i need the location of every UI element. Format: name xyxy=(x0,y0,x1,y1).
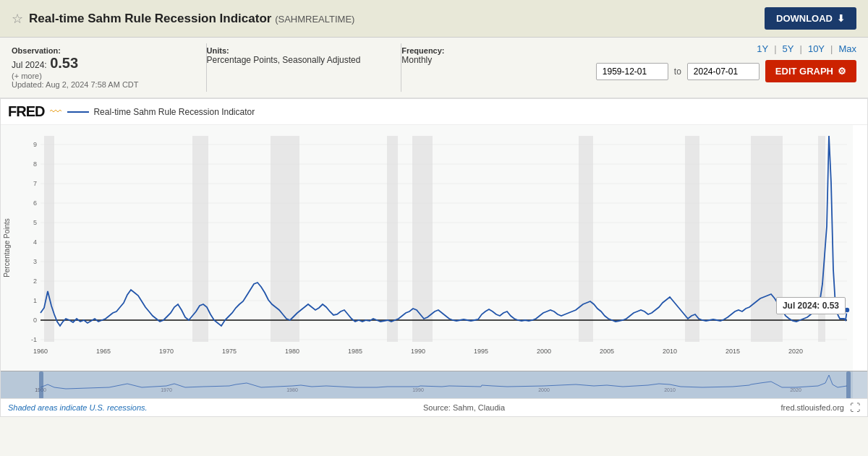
svg-text:-1: -1 xyxy=(31,336,37,343)
svg-text:2005: 2005 xyxy=(600,348,614,355)
chart-header: FRED 〰 Real-time Sahm Rule Recession Ind… xyxy=(1,99,867,125)
frequency-value: Monthly xyxy=(401,55,584,65)
y-axis-label: Percentage Points xyxy=(3,218,11,278)
download-label: DOWNLOAD xyxy=(776,13,833,24)
legend-label: Real-time Sahm Rule Recession Indicator xyxy=(93,107,255,117)
observation-date: Jul 2024: xyxy=(12,60,47,70)
svg-text:2000: 2000 xyxy=(537,348,551,355)
updated-date: Updated: Aug 2, 2024 7:58 AM CDT xyxy=(12,80,195,89)
svg-rect-26 xyxy=(387,136,398,342)
svg-text:6: 6 xyxy=(33,199,37,207)
gear-icon: ⚙ xyxy=(838,66,846,77)
legend-line-icon xyxy=(67,111,89,113)
observation-value-row: Jul 2024: 0.53 xyxy=(12,55,195,72)
to-label: to xyxy=(674,66,681,77)
recession-note: Shaded areas indicate U.S. recessions. xyxy=(8,403,148,412)
svg-text:9: 9 xyxy=(33,141,37,148)
meta-bar: Observation: Jul 2024: 0.53 (+ more) Upd… xyxy=(0,38,868,98)
svg-text:7: 7 xyxy=(33,180,37,187)
mini-chart-svg: 1960 1970 1980 1990 2000 2010 2020 xyxy=(1,371,853,398)
range-max[interactable]: Max xyxy=(838,43,856,54)
svg-text:1975: 1975 xyxy=(222,348,237,355)
chart-area[interactable]: Percentage Points 0 1 2 3 4 5 6 7 8 9 -1 xyxy=(1,125,867,371)
title-main: Real-time Sahm Rule Recession Indicator xyxy=(29,12,271,25)
title-subtitle: (SAHMREALTIME) xyxy=(275,14,354,25)
svg-text:8: 8 xyxy=(33,160,37,168)
title-section: ☆ Real-time Sahm Rule Recession Indicato… xyxy=(12,11,354,27)
range-10y[interactable]: 10Y xyxy=(808,43,825,54)
observation-label: Observation: xyxy=(12,46,195,55)
time-range-selector: 1Y | 5Y | 10Y | Max xyxy=(757,43,856,54)
date-from-input[interactable] xyxy=(596,63,668,80)
download-icon: ⬇ xyxy=(837,13,845,24)
svg-rect-28 xyxy=(579,136,593,342)
svg-text:5: 5 xyxy=(33,219,37,226)
date-range-row: to EDIT GRAPH ⚙ xyxy=(596,60,856,82)
edit-graph-button[interactable]: EDIT GRAPH ⚙ xyxy=(765,60,856,82)
edit-label: EDIT GRAPH xyxy=(775,66,833,77)
page-header: ☆ Real-time Sahm Rule Recession Indicato… xyxy=(0,0,868,38)
svg-rect-29 xyxy=(685,136,699,342)
svg-rect-30 xyxy=(751,136,783,342)
date-to-input[interactable] xyxy=(687,63,760,80)
svg-text:2020: 2020 xyxy=(788,348,803,355)
svg-text:3: 3 xyxy=(33,258,37,265)
svg-text:4: 4 xyxy=(33,238,37,246)
chart-footer: Shaded areas indicate U.S. recessions. S… xyxy=(1,398,867,416)
svg-text:2015: 2015 xyxy=(726,348,740,355)
units-label: Units: xyxy=(207,46,390,55)
chart-container: FRED 〰 Real-time Sahm Rule Recession Ind… xyxy=(0,98,868,417)
range-1y[interactable]: 1Y xyxy=(757,43,768,54)
expand-icon[interactable]: ⛶ xyxy=(850,402,860,413)
svg-text:1970: 1970 xyxy=(159,348,174,355)
svg-text:1965: 1965 xyxy=(96,348,111,355)
mini-navigator[interactable]: 1960 1970 1980 1990 2000 2010 2020 xyxy=(1,371,867,398)
observation-section: Observation: Jul 2024: 0.53 (+ more) Upd… xyxy=(12,43,207,92)
nav-handle-right[interactable] xyxy=(846,371,851,398)
frequency-label: Frequency: xyxy=(401,46,584,55)
range-5y[interactable]: 5Y xyxy=(783,43,794,54)
svg-rect-24 xyxy=(192,136,208,342)
observation-value: 0.53 xyxy=(50,55,78,71)
svg-rect-54 xyxy=(43,371,846,398)
right-controls: 1Y | 5Y | 10Y | Max to EDIT GRAPH ⚙ xyxy=(596,43,856,82)
svg-text:1960: 1960 xyxy=(33,348,48,355)
svg-text:1995: 1995 xyxy=(474,348,488,355)
fred-site-link[interactable]: fred.stlouisfed.org xyxy=(781,403,844,412)
favorite-icon[interactable]: ☆ xyxy=(12,11,23,27)
meta-sections: Observation: Jul 2024: 0.53 (+ more) Upd… xyxy=(12,43,596,92)
svg-text:1980: 1980 xyxy=(285,348,299,355)
svg-rect-27 xyxy=(412,136,433,342)
svg-rect-31 xyxy=(818,136,825,342)
page-title: Real-time Sahm Rule Recession Indicator … xyxy=(29,12,354,26)
source-attribution: Source: Sahm, Claudia xyxy=(423,403,505,412)
main-chart-svg: Percentage Points 0 1 2 3 4 5 6 7 8 9 -1 xyxy=(1,125,853,371)
svg-rect-25 xyxy=(271,136,299,342)
nav-handle-left[interactable] xyxy=(39,371,43,398)
svg-text:2010: 2010 xyxy=(663,348,677,355)
download-button[interactable]: DOWNLOAD ⬇ xyxy=(765,7,856,30)
frequency-section: Frequency: Monthly xyxy=(401,43,596,92)
tooltip-dot xyxy=(844,307,850,313)
svg-text:0: 0 xyxy=(33,317,37,324)
svg-text:2: 2 xyxy=(33,278,37,285)
units-section: Units: Percentage Points, Seasonally Adj… xyxy=(207,43,402,92)
observation-more[interactable]: (+ more) xyxy=(12,72,195,80)
fred-squiggle-icon: 〰 xyxy=(50,106,61,119)
svg-text:1985: 1985 xyxy=(348,348,362,355)
fred-logo: FRED xyxy=(8,103,44,120)
units-value: Percentage Points, Seasonally Adjusted xyxy=(207,55,390,65)
svg-text:1: 1 xyxy=(33,297,37,304)
svg-text:1990: 1990 xyxy=(411,348,425,355)
chart-legend: Real-time Sahm Rule Recession Indicator xyxy=(67,107,255,117)
